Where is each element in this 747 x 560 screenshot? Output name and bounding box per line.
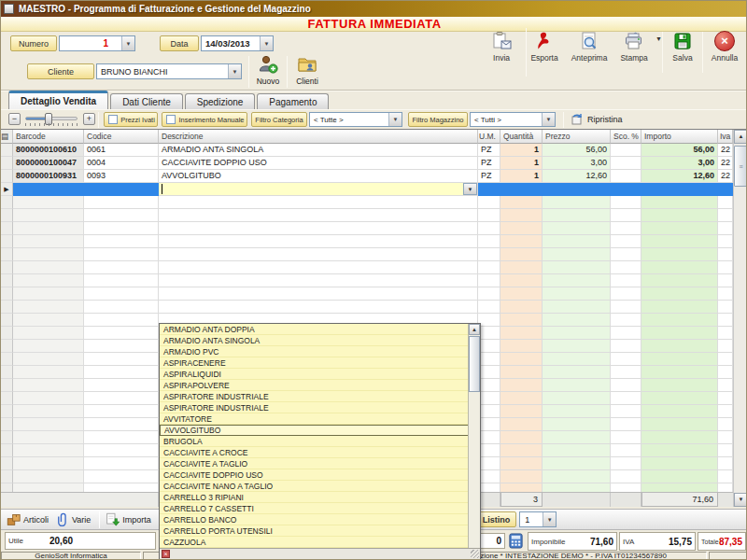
zoom-out-button[interactable]: − xyxy=(8,113,21,125)
zoom-in-button[interactable]: + xyxy=(83,113,95,125)
dropdown-item[interactable]: CACCIAVITE A CROCE xyxy=(160,447,470,458)
tab-pagamento[interactable]: Pagamento xyxy=(257,93,329,109)
title-bar[interactable]: MAESTRO - Programma di Fatturazione e Ge… xyxy=(1,1,747,17)
dropdown-item[interactable]: CACCIAVITE NANO A TAGLIO xyxy=(160,481,470,492)
column-header-um[interactable]: U.M. xyxy=(478,130,500,144)
descrizione-editor[interactable]: ▼ xyxy=(159,183,478,196)
cliente-button[interactable]: Cliente xyxy=(27,63,94,79)
dropdown-footer: × xyxy=(160,548,480,559)
dropdown-item[interactable]: CARRELLO BANCO xyxy=(160,514,470,525)
row-selector xyxy=(1,170,13,183)
column-header-codice[interactable]: Codice xyxy=(84,130,159,144)
zoom-slider[interactable] xyxy=(25,117,78,120)
editor-dropdown-button[interactable]: ▼ xyxy=(463,183,477,195)
calcolatrice-button[interactable] xyxy=(508,533,524,551)
resize-grip-icon[interactable] xyxy=(471,550,479,558)
inserimento-manuale-checkbox[interactable]: Inserimento Manuale xyxy=(162,112,247,127)
active-row[interactable]: ▶ ▼ xyxy=(1,183,747,196)
cell-sco xyxy=(611,248,641,261)
tab-spedizione[interactable]: Spedizione xyxy=(185,93,255,109)
dropdown-icon[interactable]: ▼ xyxy=(388,113,402,126)
dropdown-item[interactable]: BRUGOLA xyxy=(160,436,470,447)
filtro-categoria-button[interactable]: Filtro Categoria xyxy=(251,112,307,127)
checkbox-icon[interactable] xyxy=(108,115,118,124)
cell-um xyxy=(478,405,500,418)
stampa-dropdown-arrow-icon[interactable]: ▼ xyxy=(655,35,662,42)
cliente-combo[interactable]: BRUNO BIANCHI ▼ xyxy=(96,63,242,79)
dropdown-item[interactable]: CACCIAVITE DOPPIO USO xyxy=(160,469,470,481)
dropdown-item[interactable]: ASPIRACENERE xyxy=(160,357,470,369)
column-header-sco[interactable]: Sco. % xyxy=(611,130,641,144)
cell-barcode xyxy=(13,483,84,492)
prezzi-ivati-checkbox[interactable]: Prezzi Ivati xyxy=(104,112,158,127)
table-row[interactable]: 80000001006100061ARMADIO ANTA SINGOLAPZ1… xyxy=(1,144,747,157)
dropdown-item[interactable]: ASPIRATORE INDUSTRIALE xyxy=(160,391,470,402)
stampa-button[interactable]: Stampa xyxy=(613,28,655,63)
ripristina-button[interactable]: Ripristina xyxy=(571,113,623,126)
nuovo-button[interactable]: Nuovo xyxy=(253,54,283,86)
data-dropdown-icon[interactable]: ▼ xyxy=(260,36,273,50)
scroll-thumb[interactable] xyxy=(469,336,480,392)
column-header-iva[interactable]: Iva xyxy=(718,130,733,144)
cell-prezzo xyxy=(543,301,611,314)
data-button[interactable]: Data xyxy=(160,35,199,51)
dropdown-item[interactable]: ASPIRATORE INDUSTRIALE xyxy=(160,402,470,413)
grid-scrollbar[interactable]: ▲ ▼ xyxy=(733,130,747,507)
row-selector xyxy=(1,327,13,340)
listino-combo[interactable]: 1 ▼ xyxy=(519,511,557,527)
column-header-descrizione[interactable]: Descrizione xyxy=(159,130,478,144)
ripristina-label: Ripristina xyxy=(587,115,623,124)
close-icon[interactable]: × xyxy=(162,550,170,558)
filtro-magazzino-combo[interactable]: < Tutti > ▼ xyxy=(470,112,556,127)
invia-button[interactable]: Invia xyxy=(480,28,523,63)
filtro-magazzino-button[interactable]: Filtro Magazzino xyxy=(408,112,468,127)
dropdown-icon[interactable]: ▼ xyxy=(542,113,555,126)
scroll-thumb[interactable] xyxy=(734,146,747,187)
articoli-button[interactable]: Articoli xyxy=(7,512,49,526)
column-header-prezzo[interactable]: Prezzo xyxy=(543,130,611,144)
anteprima-button[interactable]: Anteprima xyxy=(566,28,613,63)
dropdown-item[interactable]: CAZZUOLA xyxy=(160,537,470,548)
numero-combo[interactable]: 1 ▼ xyxy=(59,35,135,51)
importa-button[interactable]: Importa xyxy=(106,512,151,526)
varie-button[interactable]: Varie xyxy=(57,512,91,526)
table-row[interactable]: 80000001000470004CACCIAVITE DOPPIO USOPZ… xyxy=(1,157,747,170)
cliente-dropdown-icon[interactable]: ▼ xyxy=(228,64,241,78)
dropdown-item[interactable]: CARRELLO PORTA UTENSILI xyxy=(160,525,470,537)
dropdown-item[interactable]: ASPIRALIQUIDI xyxy=(160,369,470,380)
tab-dati-cliente[interactable]: Dati Cliente xyxy=(110,93,183,109)
dropdown-item[interactable]: ASPIRAPOLVERE xyxy=(160,380,470,391)
clienti-button[interactable]: Clienti xyxy=(292,54,322,86)
dropdown-item[interactable]: CACCIAVITE A TAGLIO xyxy=(160,458,470,469)
scroll-up-icon[interactable]: ▲ xyxy=(469,324,480,335)
tab-dettaglio-vendita[interactable]: Dettaglio Vendita xyxy=(8,91,108,109)
dropdown-item[interactable]: AVVITATORE xyxy=(160,413,470,425)
dropdown-item[interactable]: ARMADIO PVC xyxy=(160,346,470,357)
cell-sco xyxy=(611,183,641,196)
column-header-importo[interactable]: Importo xyxy=(641,130,718,144)
esporta-button[interactable]: Esporta xyxy=(523,28,566,63)
dropdown-item[interactable]: CARRELLO 3 RIPIANI xyxy=(160,492,470,503)
table-row[interactable]: 80000001009310093AVVOLGITUBOPZ112,6012,6… xyxy=(1,170,747,183)
column-header-barcode[interactable]: Barcode xyxy=(13,130,84,144)
checkbox-icon[interactable] xyxy=(166,115,176,124)
scroll-down-icon[interactable]: ▼ xyxy=(734,493,747,507)
dropdown-item[interactable]: AVVOLGITUBO xyxy=(160,425,470,436)
annulla-button[interactable]: × Annulla xyxy=(703,28,746,63)
column-header-quantita[interactable]: Quantità xyxy=(500,130,543,144)
dropdown-item[interactable]: ARMADIO ANTA SINGOLA xyxy=(160,335,470,346)
numero-dropdown-icon[interactable]: ▼ xyxy=(121,36,134,50)
numero-button[interactable]: Numero xyxy=(10,35,57,51)
footer-sco xyxy=(611,493,641,507)
scroll-up-icon[interactable]: ▲ xyxy=(734,130,747,144)
cell-codice xyxy=(84,301,159,314)
data-combo[interactable]: 14/03/2013 ▼ xyxy=(201,35,274,51)
filtro-categoria-combo[interactable]: < Tutte > ▼ xyxy=(309,112,402,127)
cell-prezzo xyxy=(543,340,611,353)
dropdown-scrollbar[interactable]: ▲ xyxy=(468,324,480,548)
salva-button[interactable]: Salva xyxy=(663,28,702,63)
cell-importo xyxy=(641,327,718,340)
dropdown-item[interactable]: CARRELLO 7 CASSETTI xyxy=(160,503,470,514)
dropdown-icon[interactable]: ▼ xyxy=(543,512,556,526)
dropdown-item[interactable]: ARMADIO ANTA DOPPIA xyxy=(160,324,470,335)
